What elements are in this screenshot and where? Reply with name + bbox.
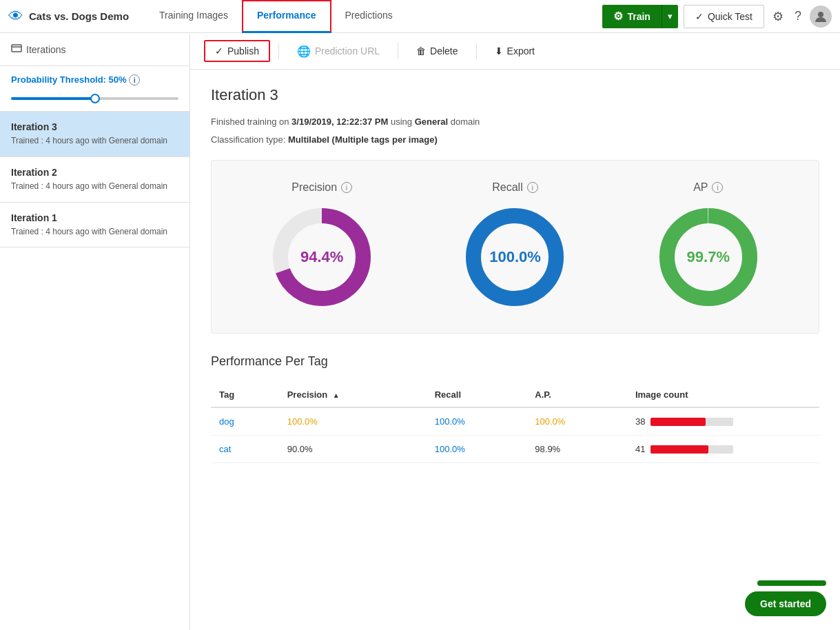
row-cat-tag: cat <box>211 436 279 463</box>
globe-icon: 🌐 <box>297 45 311 58</box>
sort-icon: ▲ <box>333 392 340 399</box>
performance-per-tag-title: Performance Per Tag <box>211 354 819 369</box>
performance-table: Tag Precision ▲ Recall A.P. Image count … <box>211 383 819 463</box>
toolbar-divider-2 <box>398 43 398 59</box>
prediction-url-button[interactable]: 🌐 Prediction URL <box>287 41 389 62</box>
row-cat-recall: 100.0% <box>427 436 527 463</box>
iteration-1-name: Iteration 1 <box>11 212 178 223</box>
quick-test-button[interactable]: ✓ Quick Test <box>684 5 764 28</box>
toolbar: ✓ Publish 🌐 Prediction URL 🗑 Delete ⬇ Ex… <box>190 33 840 70</box>
iteration-item-3[interactable]: Iteration 3 Trained : 4 hours ago with G… <box>0 112 189 157</box>
iteration-3-detail: Trained : 4 hours ago with General domai… <box>11 135 178 147</box>
precision-title: Precision i <box>291 181 352 194</box>
main-layout: Iterations Probability Threshold: 50% i … <box>0 33 840 630</box>
table-row: cat 90.0% 100.0% 98.9% 41 <box>211 436 819 463</box>
app-name: Cats vs. Dogs Demo <box>29 10 129 22</box>
col-recall: Recall <box>427 383 527 407</box>
quick-test-label: Quick Test <box>708 11 752 22</box>
classification-type: Multilabel (Multiple tags per image) <box>288 134 438 145</box>
settings-icon[interactable]: ⚙ <box>770 6 786 27</box>
training-date: 3/19/2019, 12:22:37 PM <box>291 116 388 127</box>
threshold-section: Probability Threshold: 50% i <box>0 66 189 112</box>
iteration-list: Iteration 3 Trained : 4 hours ago with G… <box>0 112 189 630</box>
cat-bar-track <box>651 445 733 454</box>
precision-info-icon[interactable]: i <box>341 182 352 193</box>
delete-icon: 🗑 <box>416 45 426 57</box>
iteration-2-name: Iteration 2 <box>11 167 178 178</box>
content-body: Iteration 3 Finished training on 3/19/20… <box>190 70 840 630</box>
ap-metric: AP i 99.7% <box>653 181 764 312</box>
precision-metric: Precision i 94.4% <box>267 181 377 312</box>
row-cat-image-count: 41 <box>627 436 819 463</box>
main-nav: Training Images Performance Predictions <box>145 0 597 33</box>
ap-value: 99.7% <box>687 248 730 266</box>
col-image-count: Image count <box>627 383 819 407</box>
iteration-2-detail: Trained : 4 hours ago with General domai… <box>11 181 178 192</box>
get-started-button[interactable]: Get started <box>745 591 826 616</box>
sidebar-title: Iterations <box>26 44 66 55</box>
train-gear-icon: ⚙ <box>613 10 623 23</box>
precision-value: 94.4% <box>300 248 343 266</box>
recall-value: 100.0% <box>489 248 541 266</box>
precision-donut: 94.4% <box>267 202 377 312</box>
train-dropdown-button[interactable]: ▾ <box>662 5 678 28</box>
iteration-item-1[interactable]: Iteration 1 Trained : 4 hours ago with G… <box>0 203 189 248</box>
svg-rect-1 <box>12 45 21 52</box>
toolbar-divider-3 <box>476 43 477 59</box>
cat-bar-fill <box>651 445 708 454</box>
col-tag: Tag <box>211 383 279 407</box>
iteration-3-name: Iteration 3 <box>11 121 178 132</box>
export-label: Export <box>507 45 535 57</box>
col-ap: A.P. <box>526 383 627 407</box>
ap-info-icon[interactable]: i <box>712 182 723 193</box>
toolbar-divider-1 <box>278 43 279 59</box>
table-row: dog 100.0% 100.0% 100.0% 38 <box>211 407 819 436</box>
row-dog-image-count: 38 <box>627 407 819 436</box>
threshold-label: Probability Threshold: 50% i <box>11 74 178 85</box>
row-dog-recall: 100.0% <box>427 407 527 436</box>
user-avatar[interactable] <box>810 6 832 28</box>
iterations-icon <box>11 43 22 56</box>
iteration-title: Iteration 3 <box>211 86 819 104</box>
col-precision[interactable]: Precision ▲ <box>279 383 427 407</box>
row-cat-ap: 98.9% <box>526 436 627 463</box>
domain-name: General <box>415 116 448 127</box>
row-cat-precision: 90.0% <box>279 436 427 463</box>
ap-donut: 99.7% <box>653 202 764 312</box>
svg-point-0 <box>818 12 823 17</box>
threshold-info-icon[interactable]: i <box>129 74 140 85</box>
delete-button[interactable]: 🗑 Delete <box>407 41 467 61</box>
cat-tag-link[interactable]: cat <box>219 444 231 454</box>
recall-title: Recall i <box>492 181 537 194</box>
get-started-progress-bar <box>757 580 826 586</box>
tab-training-images[interactable]: Training Images <box>145 0 242 33</box>
tab-performance[interactable]: Performance <box>242 0 331 33</box>
train-btn-group: ⚙ Train ▾ <box>602 5 677 28</box>
metrics-card: Precision i 94.4% Recall <box>211 160 819 334</box>
publish-button[interactable]: ✓ Publish <box>204 40 270 62</box>
get-started-container: Get started <box>745 580 826 616</box>
iteration-info-line1: Finished training on 3/19/2019, 12:22:37… <box>211 115 819 129</box>
header-actions: ⚙ Train ▾ ✓ Quick Test ⚙ ? <box>602 5 832 28</box>
sidebar-header: Iterations <box>0 33 189 66</box>
recall-donut: 100.0% <box>460 202 570 312</box>
iteration-info-line2: Classification type: Multilabel (Multipl… <box>211 133 819 147</box>
train-button[interactable]: ⚙ Train <box>602 5 661 28</box>
export-icon: ⬇ <box>495 45 503 57</box>
iteration-item-2[interactable]: Iteration 2 Trained : 4 hours ago with G… <box>0 157 189 203</box>
row-dog-ap: 100.0% <box>526 407 627 436</box>
export-button[interactable]: ⬇ Export <box>485 41 544 61</box>
recall-metric: Recall i 100.0% <box>460 181 570 312</box>
row-dog-tag: dog <box>211 407 279 436</box>
help-icon[interactable]: ? <box>792 6 804 26</box>
train-label: Train <box>627 11 650 22</box>
ap-title: AP i <box>693 181 723 194</box>
sidebar: Iterations Probability Threshold: 50% i … <box>0 33 190 630</box>
app-header: 👁 Cats vs. Dogs Demo Training Images Per… <box>0 0 840 33</box>
recall-info-icon[interactable]: i <box>527 182 538 193</box>
tab-predictions[interactable]: Predictions <box>331 0 407 33</box>
threshold-slider[interactable] <box>11 97 178 100</box>
dog-tag-link[interactable]: dog <box>219 416 234 427</box>
dog-bar-fill <box>651 418 706 426</box>
checkmark-icon: ✓ <box>695 11 704 22</box>
